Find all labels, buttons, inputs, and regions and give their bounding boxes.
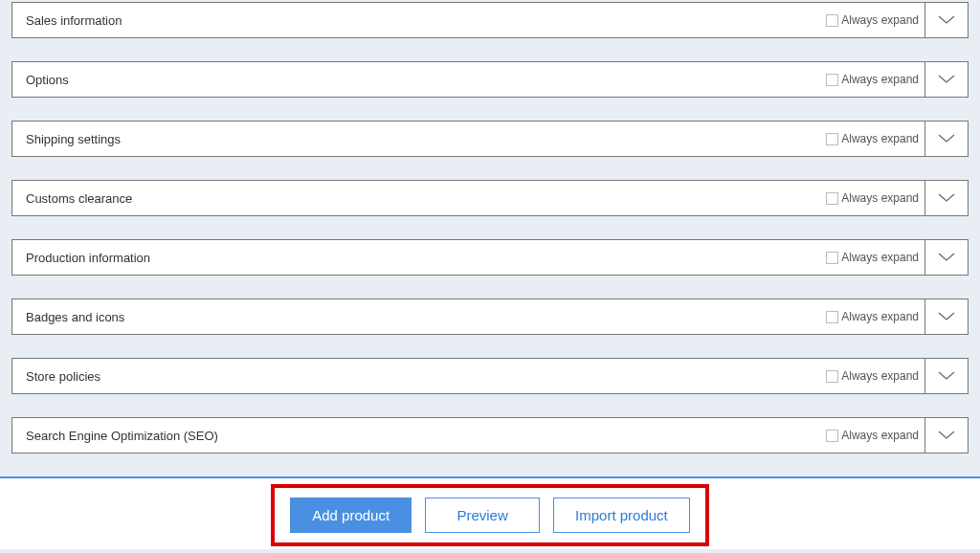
panel-title: Badges and icons [12, 299, 820, 334]
expand-toggle[interactable] [925, 299, 968, 334]
always-expand-label: Always expand [841, 369, 919, 383]
always-expand-label: Always expand [841, 13, 919, 27]
always-expand-label: Always expand [841, 73, 919, 86]
chevron-down-icon [938, 75, 955, 84]
expand-toggle[interactable] [925, 3, 968, 37]
always-expand-label: Always expand [841, 251, 919, 264]
chevron-down-icon [938, 193, 955, 203]
chevron-down-icon [938, 134, 955, 144]
panel-title: Production information [12, 240, 820, 275]
always-expand-toggle[interactable]: Always expand [820, 299, 925, 334]
always-expand-label: Always expand [841, 132, 919, 145]
always-expand-toggle[interactable]: Always expand [820, 62, 925, 97]
import-product-button[interactable]: Import product [553, 498, 690, 533]
expand-toggle[interactable] [925, 240, 968, 275]
always-expand-toggle[interactable]: Always expand [820, 3, 925, 37]
always-expand-checkbox[interactable] [826, 14, 838, 27]
chevron-down-icon [938, 312, 955, 321]
always-expand-toggle[interactable]: Always expand [820, 418, 925, 453]
panel-seo: Search Engine Optimization (SEO) Always … [11, 417, 969, 453]
panels-container: Sales information Always expand Options … [0, 2, 980, 453]
preview-button[interactable]: Preview [425, 498, 540, 533]
panel-production-information: Production information Always expand [11, 239, 969, 276]
always-expand-toggle[interactable]: Always expand [820, 181, 925, 215]
always-expand-label: Always expand [841, 310, 919, 323]
expand-toggle[interactable] [925, 181, 968, 215]
always-expand-checkbox[interactable] [826, 252, 838, 264]
add-product-button[interactable]: Add product [290, 498, 412, 533]
panel-title: Store policies [12, 359, 820, 393]
panel-store-policies: Store policies Always expand [11, 358, 969, 394]
panel-options: Options Always expand [11, 61, 969, 98]
panel-title: Search Engine Optimization (SEO) [12, 418, 820, 453]
expand-toggle[interactable] [925, 359, 968, 393]
expand-toggle[interactable] [925, 122, 968, 156]
footer-bar: Add product Preview Import product [0, 476, 980, 549]
always-expand-checkbox[interactable] [826, 74, 838, 86]
always-expand-toggle[interactable]: Always expand [820, 240, 925, 275]
always-expand-checkbox[interactable] [826, 133, 838, 145]
panel-customs-clearance: Customs clearance Always expand [11, 180, 969, 216]
panel-sales-information: Sales information Always expand [11, 2, 969, 38]
always-expand-toggle[interactable]: Always expand [820, 122, 925, 156]
always-expand-toggle[interactable]: Always expand [820, 359, 925, 393]
always-expand-checkbox[interactable] [826, 192, 838, 205]
expand-toggle[interactable] [925, 62, 968, 97]
always-expand-checkbox[interactable] [826, 311, 838, 323]
always-expand-checkbox[interactable] [826, 430, 838, 442]
chevron-down-icon [938, 253, 955, 262]
chevron-down-icon [938, 431, 955, 440]
always-expand-checkbox[interactable] [826, 370, 838, 383]
action-button-group: Add product Preview Import product [271, 484, 709, 546]
panel-title: Options [12, 62, 820, 97]
panel-badges-and-icons: Badges and icons Always expand [11, 299, 969, 335]
panel-shipping-settings: Shipping settings Always expand [11, 121, 969, 157]
always-expand-label: Always expand [841, 191, 919, 205]
expand-toggle[interactable] [925, 418, 968, 453]
panel-title: Sales information [12, 3, 820, 37]
panel-title: Customs clearance [12, 181, 820, 215]
panel-title: Shipping settings [12, 122, 820, 156]
always-expand-label: Always expand [841, 429, 919, 442]
chevron-down-icon [938, 371, 955, 381]
chevron-down-icon [938, 15, 955, 25]
